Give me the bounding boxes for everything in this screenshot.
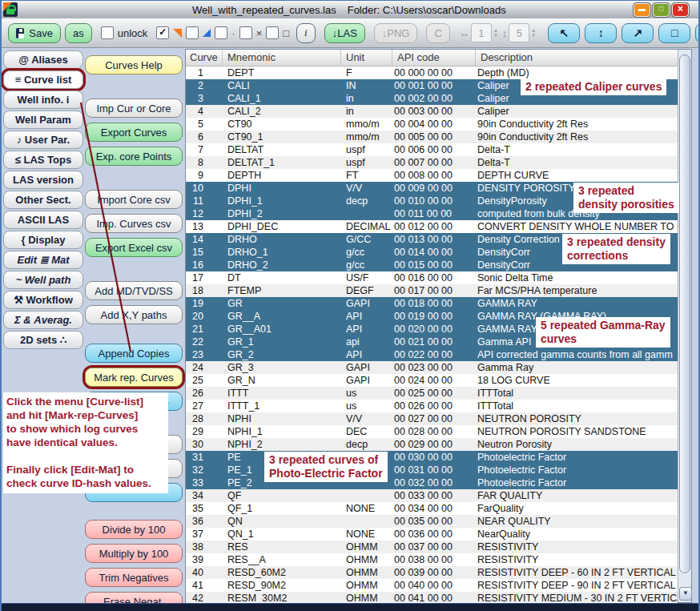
resize-up-right-button[interactable]: ↗ [622, 23, 654, 43]
table-row[interactable]: 6CT90_1mmo/m00 005 00 0090in Conductivit… [186, 131, 678, 143]
sidebar-tab-display[interactable]: { Display [3, 231, 83, 249]
table-row[interactable]: 35QF_1NONE00 034 00 00FarQuality [186, 502, 678, 515]
action-button-trim-negatives[interactable]: Trim Negatives [85, 568, 183, 587]
horizontal-spinner-arrows[interactable]: ▲▼ [493, 28, 498, 38]
c-button[interactable]: C [426, 23, 449, 43]
column-header-unit[interactable]: Unit [341, 50, 392, 66]
sidebar-tab-averag[interactable]: Σ & Averag. [3, 311, 83, 329]
sidebar-tab-2d-sets[interactable]: 2D sets ∴ [3, 331, 83, 349]
table-row[interactable]: 25GR_NGAPI00 024 00 0018 LOG CURVE [186, 374, 678, 387]
sidebar-tab-aliases[interactable]: @ Aliases [3, 50, 83, 69]
scrollbar-down-arrow-icon[interactable]: ▼ [679, 587, 692, 601]
resize-vertical-button[interactable]: ↕ [585, 23, 617, 43]
unit-cell [341, 489, 392, 502]
info-button[interactable]: i [296, 23, 316, 43]
api-code-cell: 00 007 00 00 [392, 156, 476, 169]
api-code-cell: 00 012 00 00 [392, 220, 476, 233]
api-code-cell: 00 030 00 00 [392, 451, 476, 464]
scrollbar-thumb[interactable] [679, 54, 690, 573]
table-row[interactable]: 28NPHIV/V00 027 00 00NEUTRON POROSITY [186, 412, 678, 425]
save-as-button[interactable]: as [65, 23, 92, 43]
table-row[interactable]: 39RES__AOHMM00 038 00 00RESISTIVITY [186, 553, 678, 566]
maximize-button[interactable]: □ [653, 3, 670, 17]
table-row[interactable]: 24GR_3GAPI00 023 00 00Gamma Ray [186, 361, 678, 374]
unlock-checkbox[interactable] [101, 26, 114, 39]
table-row[interactable]: 33PE_200 032 00 00Photoelectric Factor [186, 476, 678, 489]
table-row[interactable]: 27ITTT_1us00 026 00 00ITTTotal [186, 400, 678, 412]
column-header-curve[interactable]: Curve [186, 50, 223, 66]
column-header-api-code[interactable]: API code [392, 50, 476, 66]
table-row[interactable]: 37QN_1NONE00 036 00 00NearQuality [186, 528, 678, 541]
triangle-checkbox[interactable] [186, 26, 199, 39]
sidebar-tab-well-info-i[interactable]: Well info. i [3, 90, 83, 109]
sidebar-tab-las-tops[interactable]: ≤ LAS Tops [3, 151, 83, 169]
table-row[interactable]: 26ITTTus00 025 00 00ITTTotal [186, 387, 678, 400]
action-button-imp-cur-or-core[interactable]: Imp Cur or Core [85, 98, 183, 118]
table-row[interactable]: 29NPHI_1DEC00 028 00 00NEUTRON POROSITY … [186, 425, 678, 438]
table-row[interactable]: 17DTUS/F00 016 00 00Sonic Delta Time [186, 271, 678, 284]
resize-up-left-button[interactable]: ↖ [548, 23, 580, 43]
action-button-multiply-by-100[interactable]: Multiply by 100 [85, 544, 183, 563]
dot-checkbox[interactable] [215, 26, 227, 39]
cross-checkbox[interactable] [239, 26, 252, 39]
export-las-button[interactable]: ↓LAS [324, 23, 365, 43]
column-header-mnemonic[interactable]: Mnemonic [223, 50, 341, 66]
table-row[interactable]: 19GRGAPI00 018 00 00GAMMA RAY [186, 297, 678, 310]
vertical-spinner-arrows[interactable]: ▲▼ [531, 28, 536, 38]
sidebar-tab-other-sect[interactable]: Other Sect. [3, 191, 83, 209]
square-filled-button[interactable]: ■ [695, 23, 700, 43]
horizontal-size-value[interactable]: 1 [471, 23, 492, 42]
table-row[interactable]: 23GR_2API00 022 00 00API corrected gamma… [186, 348, 678, 361]
api-code-cell: 00 028 00 00 [392, 425, 476, 438]
unit-cell: V/V [341, 412, 392, 425]
table-row[interactable]: 13DPHI_DECDECIMAL00 012 00 00CONVERT DEN… [186, 220, 678, 233]
table-row[interactable]: 5CT90mmo/m00 004 00 0090in Conductivity … [186, 118, 678, 131]
floppy-disk-icon [16, 28, 24, 38]
action-button-exp-core-points[interactable]: Exp. core Points [85, 147, 183, 166]
action-button-export-excel-csv[interactable]: Export Excel csv [85, 238, 183, 257]
table-row[interactable]: 41RESD_90M2OHMM00 040 00 00RESISTIVITY D… [186, 579, 678, 592]
action-button-add-x-y-paths[interactable]: Add X,Y paths [85, 305, 183, 324]
sidebar-tab-workflow[interactable]: ⚒ Workflow [3, 291, 83, 309]
unit-cell: mmo/m [341, 118, 392, 131]
table-row[interactable]: 8DELTAT_1uspf00 007 00 00Delta-T [186, 156, 678, 169]
vertical-scrollbar[interactable]: ▼ [678, 50, 691, 602]
action-button-mark-rep-curves[interactable]: Mark rep. Curves [85, 368, 183, 387]
action-button-add-md-tvd-ss[interactable]: Add MD/TVD/SS [85, 281, 183, 300]
action-button-imp-curves-csv[interactable]: Imp. Curves csv [85, 214, 183, 233]
table-row[interactable]: 9DEPTHFT00 008 00 00DEPTH CURVE [186, 169, 678, 182]
vertical-size-value[interactable]: 5 [509, 23, 529, 42]
export-png-button[interactable]: ↓PNG [374, 23, 418, 43]
action-button-divide-by-100[interactable]: Divide by 100 [85, 520, 183, 539]
sidebar-tab-las-version[interactable]: LAS version [3, 171, 83, 189]
sidebar-tab-edit-mat[interactable]: Edit ≣ Mat [3, 251, 83, 269]
action-button-curves-help[interactable]: Curves Help [85, 55, 183, 74]
table-row[interactable]: 1DEPTF00 000 00 00Depth (MD) [186, 66, 678, 79]
table-row[interactable]: 31PE00 030 00 00Photoelectric Factor [186, 451, 678, 464]
table-row[interactable]: 34QF00 033 00 00FAR QUALITY [186, 489, 678, 502]
action-button-append-copies[interactable]: Append Copies [85, 344, 183, 363]
action-button-import-core-csv[interactable]: Import Core csv [85, 190, 183, 209]
action-button-export-curves[interactable]: Export Curves [85, 123, 183, 142]
table-row[interactable]: 32PE_100 031 00 00Photoelectric Factor [186, 464, 678, 476]
square-checkbox[interactable] [266, 26, 279, 39]
minimize-button[interactable]: ▬ [634, 3, 650, 17]
table-row[interactable]: 38RESOHMM00 037 00 00RESISTIVITY [186, 541, 678, 553]
column-header-description[interactable]: Description [476, 50, 678, 66]
table-row[interactable]: 30NPHI_2decp00 029 00 00Neutron Porosity [186, 438, 678, 451]
sidebar-tab-well-param[interactable]: Well Param [3, 111, 83, 129]
sidebar-tab-well-path[interactable]: ~ Well path [3, 271, 83, 289]
sidebar-tab-ascii-las[interactable]: ASCII LAS [3, 211, 83, 229]
table-row[interactable]: 36QN00 035 00 00NEAR QUALITY [186, 515, 678, 528]
sidebar-tab-user-par[interactable]: ♪ User Par. [3, 131, 83, 149]
table-row[interactable]: 18FTEMPDEGF00 017 00 00Far MCS/PHA tempe… [186, 284, 678, 297]
sidebar-tab-curve-list[interactable]: ≡ Curve list [3, 70, 83, 89]
square-outline-button[interactable]: □ [658, 23, 690, 43]
table-row[interactable]: 7DELTATuspf00 006 00 00Delta-T [186, 143, 678, 156]
window-controls: ▬ □ × [634, 3, 689, 17]
table-row[interactable]: 40RESD_60M2OHMM00 039 00 00RESISTIVITY D… [186, 566, 678, 579]
close-button[interactable]: × [672, 3, 689, 17]
save-button[interactable]: Save [8, 23, 61, 43]
marker-checkbox-checked[interactable]: ✓ [156, 26, 169, 39]
table-row[interactable]: 4CALI_2in00 003 00 00Caliper [186, 105, 678, 118]
